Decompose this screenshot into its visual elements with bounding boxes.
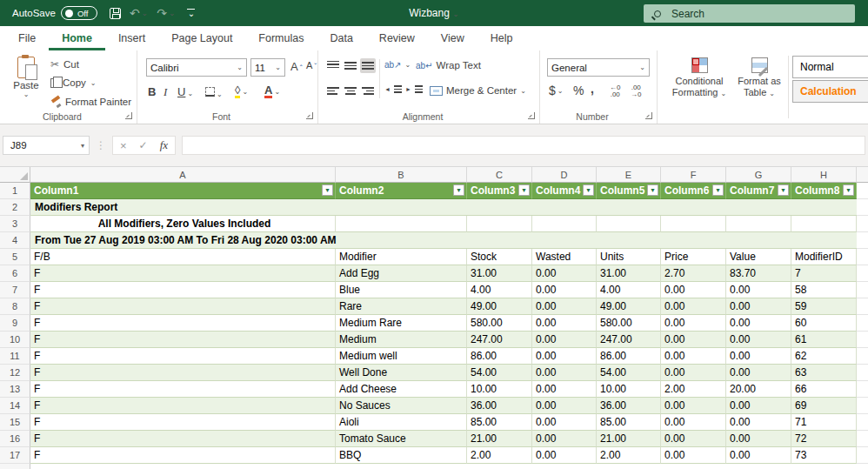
column-header-D[interactable]: D	[532, 167, 597, 183]
cell[interactable]: Add Egg	[336, 265, 467, 282]
empty-cell[interactable]	[857, 398, 868, 414]
row-header-7[interactable]: 7	[0, 282, 30, 298]
cell[interactable]: F	[30, 447, 336, 464]
enter-icon[interactable]: ✓	[139, 139, 148, 151]
cell[interactable]: 0.00	[661, 431, 726, 447]
cut-button[interactable]: ✂ Cut	[50, 58, 79, 70]
cell[interactable]: 0.00	[726, 298, 791, 315]
tab-page-layout[interactable]: Page Layout	[158, 26, 245, 50]
row-header-13[interactable]: 13	[0, 381, 30, 398]
cell[interactable]: 86.00	[597, 348, 661, 365]
merge-center-button[interactable]: Merge & Center⌄	[430, 85, 526, 96]
name-box-dropdown-icon[interactable]: ▾	[81, 142, 84, 150]
cell[interactable]: 2.70	[661, 265, 726, 282]
cell[interactable]	[467, 216, 532, 232]
underline-button[interactable]: U⌄	[177, 85, 193, 98]
font-name-select[interactable]: Calibri⌄	[146, 58, 247, 77]
cell[interactable]: F	[30, 265, 336, 282]
tab-data[interactable]: Data	[317, 26, 365, 50]
row-header-6[interactable]: 6	[0, 265, 30, 282]
cell[interactable]: Medium	[336, 332, 467, 348]
cell[interactable]: 59	[791, 298, 857, 315]
cell[interactable]: 0.00	[532, 398, 597, 414]
cell[interactable]: 36.00	[467, 398, 532, 414]
filter-button[interactable]: ▼	[778, 184, 789, 196]
cell[interactable]: F	[30, 431, 336, 447]
cell[interactable]: F	[30, 298, 336, 315]
cell[interactable]: 71	[791, 414, 857, 431]
header-cell[interactable]: Column8▼	[791, 183, 857, 199]
customize-quick-access-icon[interactable]: ⌄	[187, 9, 195, 18]
bottom-align-button[interactable]	[360, 58, 376, 73]
save-icon[interactable]	[110, 8, 121, 19]
align-right-button[interactable]	[360, 84, 376, 98]
cell[interactable]	[791, 216, 857, 232]
row-header-15[interactable]: 15	[0, 414, 30, 431]
cell[interactable]: No Sauces	[336, 398, 467, 414]
cell[interactable]: 0.00	[726, 398, 791, 414]
cell[interactable]: 69	[791, 398, 857, 414]
empty-cell[interactable]	[857, 216, 868, 232]
number-dialog-launcher-icon[interactable]	[645, 112, 652, 119]
empty-cell[interactable]	[857, 249, 868, 265]
cell[interactable]: 0.00	[532, 414, 597, 431]
cell[interactable]: 0.00	[726, 332, 791, 348]
alignment-dialog-launcher-icon[interactable]	[528, 112, 535, 119]
cell[interactable]: Add Cheese	[336, 381, 467, 398]
italic-button[interactable]: I	[164, 85, 167, 99]
font-size-select[interactable]: 11⌄	[250, 58, 285, 77]
cell[interactable]: 0.00	[661, 348, 726, 365]
filter-button[interactable]: ▼	[453, 184, 464, 196]
cell[interactable]: F	[30, 332, 336, 348]
empty-cell[interactable]	[857, 348, 868, 365]
cell[interactable]	[726, 216, 791, 232]
increase-decimal-button[interactable]: ←0.00	[610, 84, 620, 98]
cell[interactable]: 0.00	[532, 315, 597, 332]
cell[interactable]: 85.00	[467, 414, 532, 431]
row-header-5[interactable]: 5	[0, 249, 30, 265]
insert-function-icon[interactable]: fx	[160, 138, 168, 152]
row-header-16[interactable]: 16	[0, 431, 30, 447]
comma-style-button[interactable]: ,	[591, 82, 594, 96]
cell[interactable]: 7	[791, 265, 857, 282]
cell[interactable]: F	[30, 315, 336, 332]
cell[interactable]: 2.00	[661, 381, 726, 398]
cell[interactable]: 66	[791, 381, 857, 398]
decrease-decimal-button[interactable]: .00→0	[631, 84, 641, 98]
cell[interactable]: 0.00	[532, 332, 597, 348]
column-header-G[interactable]: G	[726, 167, 791, 183]
tab-review[interactable]: Review	[366, 26, 428, 50]
cell[interactable]: All Modifiers, Zero Values Included	[30, 216, 336, 232]
cell[interactable]: 2.00	[597, 447, 661, 464]
cell[interactable]: 0.00	[661, 315, 726, 332]
autosave-switch[interactable]: Off	[61, 6, 97, 20]
cell[interactable]: Blue	[336, 282, 467, 298]
cell[interactable]: 83.70	[726, 265, 791, 282]
cell[interactable]: F	[30, 348, 336, 365]
cell[interactable]: 72	[791, 431, 857, 447]
paste-button[interactable]: Paste ⌄	[9, 57, 43, 98]
cell[interactable]: 85.00	[597, 414, 661, 431]
cell[interactable]: Tomato Sauce	[336, 431, 467, 447]
cell[interactable]: ModifierID	[791, 249, 857, 265]
cell[interactable]: 0.00	[661, 414, 726, 431]
empty-cell[interactable]	[857, 183, 868, 199]
cell[interactable]: BBQ	[336, 447, 467, 464]
cancel-icon[interactable]: ×	[120, 139, 127, 152]
cell[interactable]: Medium well	[336, 348, 467, 365]
header-cell[interactable]: Column4▼	[532, 183, 597, 199]
cell[interactable]: F	[30, 398, 336, 414]
shrink-font-button[interactable]: Aˇ	[306, 60, 317, 70]
cell[interactable]: 580.00	[597, 315, 661, 332]
empty-cell[interactable]	[857, 381, 868, 398]
tab-view[interactable]: View	[428, 26, 477, 50]
row-header-9[interactable]: 9	[0, 315, 30, 332]
percent-style-button[interactable]: %	[573, 84, 584, 97]
cell[interactable]: 0.00	[726, 282, 791, 298]
format-as-table-button[interactable]: Format as Table ⌄	[734, 57, 785, 99]
cell[interactable]: 0.00	[661, 365, 726, 381]
decrease-indent-button[interactable]: ◄	[384, 85, 402, 93]
cell[interactable]: 62	[791, 348, 857, 365]
font-dialog-launcher-icon[interactable]	[306, 112, 313, 119]
cell[interactable]: 60	[791, 315, 857, 332]
